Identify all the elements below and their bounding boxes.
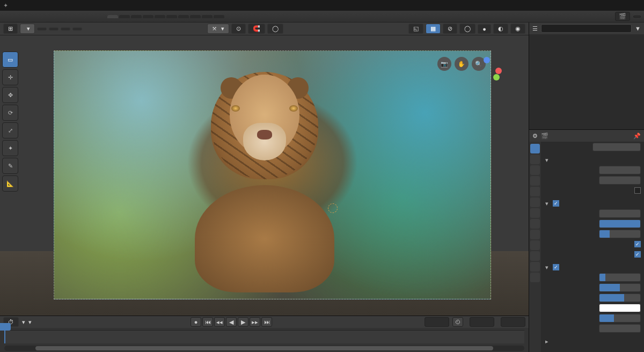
proportional-icon[interactable]: ◯ — [267, 24, 283, 34]
axis-z[interactable] — [484, 57, 490, 63]
shading-rendered-icon[interactable]: ◉ — [510, 24, 525, 34]
ao-trace-field[interactable] — [599, 230, 641, 238]
orientation-selector[interactable]: ⤧ ▾ — [207, 24, 229, 34]
mode-selector[interactable]: ▾ — [20, 24, 35, 34]
playhead[interactable] — [4, 329, 5, 343]
clock-icon[interactable]: ⏲ — [452, 317, 463, 327]
timeline-keying-menu[interactable]: ▾ — [28, 319, 32, 326]
bloom-clamp-field[interactable] — [599, 324, 641, 333]
tab-scripting[interactable] — [214, 15, 224, 18]
prev-key-icon[interactable]: ◂◂ — [214, 317, 225, 327]
properties-icon[interactable]: ⚙ — [532, 133, 538, 140]
section-bloom[interactable]: ▾ — [544, 262, 641, 272]
pivot-icon[interactable]: ⊙ — [231, 24, 246, 34]
tool-cursor[interactable]: ✛ — [2, 69, 18, 85]
render-engine-select[interactable] — [592, 143, 641, 151]
outliner-search[interactable] — [541, 24, 632, 33]
nav-camera-icon[interactable]: 📷 — [437, 57, 451, 71]
axis-gizmo[interactable] — [473, 57, 502, 86]
ptab-render[interactable] — [530, 144, 540, 153]
outliner-icon[interactable]: ☰ — [532, 25, 538, 32]
ptab-texture[interactable] — [530, 273, 540, 282]
bloom-checkbox[interactable] — [553, 264, 559, 270]
section-dof[interactable]: ▸ — [544, 336, 641, 346]
shading-matprev-icon[interactable]: ◐ — [493, 24, 508, 34]
tool-scale[interactable]: ⤢ — [2, 122, 18, 138]
ptab-material[interactable] — [530, 262, 540, 272]
tab-animation[interactable] — [178, 15, 189, 18]
tab-uv[interactable] — [143, 15, 153, 18]
filter-icon[interactable]: ▼ — [635, 25, 641, 32]
snap-icon[interactable]: 🧲 — [248, 24, 265, 34]
ptab-constraint[interactable] — [530, 240, 540, 250]
axis-x[interactable] — [495, 68, 502, 74]
section-sss[interactable]: ▸ — [544, 349, 641, 352]
object-menu[interactable] — [72, 27, 82, 31]
jump-end-icon[interactable]: ⏭ — [261, 317, 272, 327]
ao-bent-checkbox[interactable] — [634, 241, 641, 247]
viewlayer-selector[interactable] — [633, 16, 641, 18]
sampling-render-field[interactable] — [599, 166, 641, 174]
shading-wire-icon[interactable]: ◯ — [459, 24, 475, 34]
section-ao[interactable]: ▾ — [544, 199, 641, 208]
bloom-threshold-field[interactable] — [599, 273, 641, 282]
bloom-color-field[interactable] — [599, 304, 641, 312]
play-rev-icon[interactable]: ◀ — [226, 317, 237, 327]
ptab-output[interactable] — [530, 155, 540, 164]
current-frame-field[interactable] — [425, 317, 449, 327]
tab-shading[interactable] — [166, 15, 177, 18]
tool-transform[interactable]: ✦ — [2, 140, 18, 156]
ptab-modifier[interactable] — [530, 208, 540, 218]
section-sampling[interactable]: ▾ — [544, 155, 641, 165]
timeline-playback-menu[interactable]: ▾ — [22, 319, 25, 326]
timeline-scrollbar[interactable] — [4, 346, 524, 351]
ptab-data[interactable] — [530, 251, 540, 261]
editor-type-icon[interactable]: ⊞ — [3, 24, 18, 34]
add-menu[interactable] — [61, 27, 70, 31]
start-frame-field[interactable] — [470, 317, 494, 327]
ptab-scene[interactable] — [530, 176, 540, 186]
shading-solid-icon[interactable]: ● — [478, 24, 491, 34]
tab-texture[interactable] — [155, 15, 165, 18]
ptab-particle[interactable] — [530, 219, 540, 229]
bloom-radius-field[interactable] — [599, 294, 641, 302]
ptab-object[interactable] — [530, 197, 540, 207]
end-frame-field[interactable] — [501, 317, 525, 327]
autokey-icon[interactable]: ● — [191, 317, 201, 327]
next-key-icon[interactable]: ▸▸ — [250, 317, 260, 327]
ao-bounce-checkbox[interactable] — [634, 251, 641, 258]
view-menu[interactable] — [37, 27, 47, 31]
nav-pan-icon[interactable]: ✋ — [455, 57, 469, 71]
tool-rotate[interactable]: ⟳ — [2, 105, 18, 121]
viewport-3d[interactable]: ▭ ✛ ✥ ⟳ ⤢ ✦ ✎ 📐 📷 ✋ 🔍 — [0, 35, 529, 316]
scene-selector[interactable]: 🎬 — [615, 12, 630, 21]
bloom-intensity-field[interactable] — [599, 314, 641, 322]
tab-modeling[interactable] — [119, 15, 130, 18]
overlays-icon[interactable]: ▦ — [426, 24, 441, 34]
tab-sculpting[interactable] — [131, 15, 142, 18]
sampling-viewport-field[interactable] — [599, 176, 641, 185]
denoise-checkbox[interactable] — [634, 187, 641, 194]
ao-checkbox[interactable] — [553, 200, 559, 207]
gizmo-toggle-icon[interactable]: ◱ — [408, 24, 423, 34]
tool-select-box[interactable]: ▭ — [2, 52, 18, 68]
ao-distance-field[interactable] — [599, 209, 641, 218]
xray-icon[interactable]: ⊘ — [443, 24, 457, 34]
pin-icon[interactable]: 📌 — [633, 133, 641, 140]
ao-factor-field[interactable] — [599, 219, 641, 228]
tab-layout[interactable] — [107, 15, 118, 18]
select-menu[interactable] — [49, 27, 58, 31]
tab-compositing[interactable] — [202, 15, 213, 18]
tab-rendering[interactable] — [190, 15, 201, 18]
ptab-world[interactable] — [530, 187, 540, 196]
bloom-knee-field[interactable] — [599, 283, 641, 292]
ptab-viewlayer[interactable] — [530, 165, 540, 175]
play-icon[interactable]: ▶ — [238, 317, 248, 327]
timeline-track[interactable] — [4, 330, 524, 343]
axis-y[interactable] — [493, 74, 500, 80]
jump-start-icon[interactable]: ⏮ — [202, 317, 213, 327]
tool-move[interactable]: ✥ — [2, 87, 18, 103]
tool-annotate[interactable]: ✎ — [2, 158, 18, 174]
ptab-physics[interactable] — [530, 230, 540, 239]
tool-measure[interactable]: 📐 — [2, 175, 18, 192]
